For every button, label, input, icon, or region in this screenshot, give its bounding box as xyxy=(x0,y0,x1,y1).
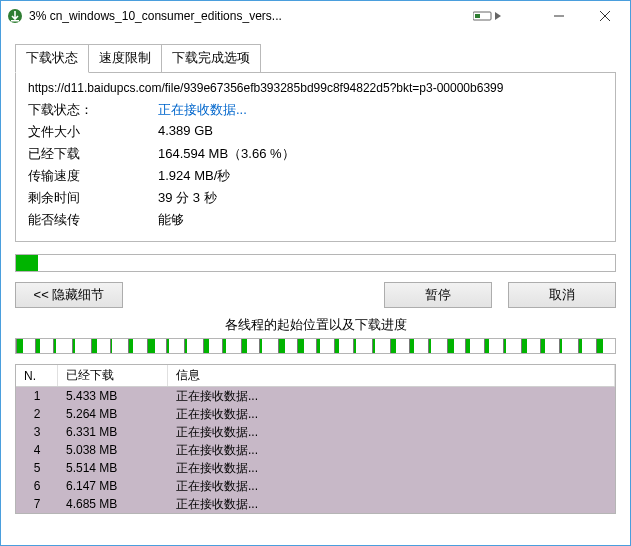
svg-rect-3 xyxy=(475,14,480,18)
table-row[interactable]: 74.685 MB正在接收数据... xyxy=(16,495,615,513)
cell-number: 2 xyxy=(16,407,58,421)
table-row[interactable]: 15.433 MB正在接收数据... xyxy=(16,387,615,405)
threads-title: 各线程的起始位置以及下载进度 xyxy=(15,316,616,334)
table-row[interactable]: 25.264 MB正在接收数据... xyxy=(16,405,615,423)
cell-info: 正在接收数据... xyxy=(168,478,615,495)
cell-info: 正在接收数据... xyxy=(168,424,615,441)
cell-number: 1 xyxy=(16,389,58,403)
cell-info: 正在接收数据... xyxy=(168,496,615,513)
pause-button[interactable]: 暂停 xyxy=(384,282,492,308)
value-speed: 1.924 MB/秒 xyxy=(158,167,230,185)
cell-downloaded: 5.514 MB xyxy=(58,461,168,475)
tab-speed-limit[interactable]: 速度限制 xyxy=(89,44,162,73)
cell-number: 7 xyxy=(16,497,58,511)
col-number[interactable]: N. xyxy=(16,365,58,386)
col-downloaded[interactable]: 已经下载 xyxy=(58,365,168,386)
window-title: 3% cn_windows_10_consumer_editions_vers.… xyxy=(29,9,462,23)
label-resume: 能否续传 xyxy=(28,211,158,229)
title-status-icon xyxy=(470,8,506,24)
table-row[interactable]: 45.038 MB正在接收数据... xyxy=(16,441,615,459)
label-downloaded: 已经下载 xyxy=(28,145,158,163)
label-speed: 传输速度 xyxy=(28,167,158,185)
app-icon xyxy=(7,8,23,24)
cell-downloaded: 6.147 MB xyxy=(58,479,168,493)
download-url: https://d11.baidupcs.com/file/939e67356e… xyxy=(28,81,603,95)
table-row[interactable]: 66.147 MB正在接收数据... xyxy=(16,477,615,495)
cell-number: 6 xyxy=(16,479,58,493)
col-info[interactable]: 信息 xyxy=(168,365,615,386)
cell-info: 正在接收数据... xyxy=(168,406,615,423)
tab-bar: 下载状态 速度限制 下载完成选项 xyxy=(15,43,616,72)
cell-downloaded: 5.264 MB xyxy=(58,407,168,421)
svg-rect-1 xyxy=(11,20,19,22)
thread-table-body[interactable]: 15.433 MB正在接收数据...25.264 MB正在接收数据...36.3… xyxy=(16,387,615,514)
cell-downloaded: 5.433 MB xyxy=(58,389,168,403)
table-row[interactable]: 55.514 MB正在接收数据... xyxy=(16,459,615,477)
cell-downloaded: 4.685 MB xyxy=(58,497,168,511)
label-remaining: 剩余时间 xyxy=(28,189,158,207)
cell-number: 4 xyxy=(16,443,58,457)
cell-info: 正在接收数据... xyxy=(168,442,615,459)
cell-number: 5 xyxy=(16,461,58,475)
thread-table-header: N. 已经下载 信息 xyxy=(16,365,615,387)
hide-details-button[interactable]: << 隐藏细节 xyxy=(15,282,123,308)
value-downloaded: 164.594 MB（3.66 %） xyxy=(158,145,295,163)
minimize-button[interactable] xyxy=(536,1,582,31)
thread-position-ruler xyxy=(15,338,616,354)
table-row[interactable]: 36.331 MB正在接收数据... xyxy=(16,423,615,441)
close-button[interactable] xyxy=(582,1,628,31)
value-resume: 能够 xyxy=(158,211,184,229)
cell-downloaded: 6.331 MB xyxy=(58,425,168,439)
value-size: 4.389 GB xyxy=(158,123,213,141)
cell-downloaded: 5.038 MB xyxy=(58,443,168,457)
tab-panel: https://d11.baidupcs.com/file/939e67356e… xyxy=(15,72,616,242)
cell-info: 正在接收数据... xyxy=(168,388,615,405)
cell-info: 正在接收数据... xyxy=(168,460,615,477)
cell-number: 3 xyxy=(16,425,58,439)
title-bar: 3% cn_windows_10_consumer_editions_vers.… xyxy=(1,1,630,31)
cancel-button[interactable]: 取消 xyxy=(508,282,616,308)
tab-on-complete[interactable]: 下载完成选项 xyxy=(162,44,261,73)
thread-table: N. 已经下载 信息 15.433 MB正在接收数据...25.264 MB正在… xyxy=(15,364,616,514)
value-status: 正在接收数据... xyxy=(158,101,247,119)
progress-fill xyxy=(16,255,38,271)
label-status: 下载状态： xyxy=(28,101,158,119)
progress-bar xyxy=(15,254,616,272)
label-size: 文件大小 xyxy=(28,123,158,141)
value-remaining: 39 分 3 秒 xyxy=(158,189,217,207)
tab-download-status[interactable]: 下载状态 xyxy=(15,44,89,73)
window-controls xyxy=(536,1,628,31)
